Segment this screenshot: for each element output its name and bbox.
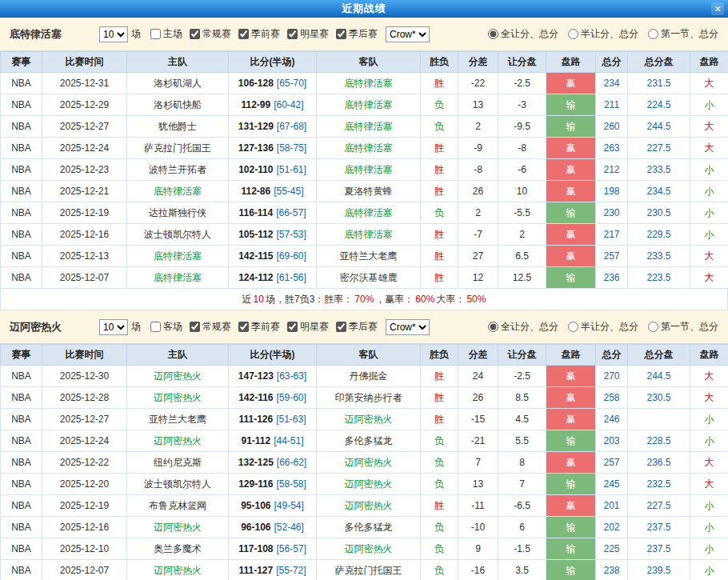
cell-away-team[interactable]: 迈阿密热火 bbox=[317, 538, 421, 560]
cell-home-team[interactable]: 底特律活塞 bbox=[127, 181, 229, 202]
filter-radio[interactable]: 半让分、总分 bbox=[568, 27, 638, 41]
cell-home-team[interactable]: 亚特兰大老鹰 bbox=[127, 409, 229, 430]
filter-checkbox[interactable]: 明星赛 bbox=[287, 27, 329, 41]
close-icon[interactable]: ✕ bbox=[711, 2, 724, 15]
filter-checkbox[interactable]: 季后赛 bbox=[336, 27, 378, 41]
cell-home-team[interactable]: 迈阿密热火 bbox=[127, 430, 229, 452]
cell-away-team[interactable]: 夏洛特黄蜂 bbox=[317, 181, 421, 202]
cell-handicap-result: 赢 bbox=[546, 73, 596, 94]
filter-radio[interactable]: 全让分、总分 bbox=[488, 320, 558, 334]
cell-away-team[interactable]: 亚特兰大老鹰 bbox=[317, 246, 421, 267]
cell-away-team[interactable]: 底特律活塞 bbox=[317, 202, 421, 224]
checkbox-input[interactable] bbox=[190, 29, 200, 39]
radio-input[interactable] bbox=[568, 29, 578, 39]
cell-home-team[interactable]: 底特律活塞 bbox=[127, 267, 229, 289]
cell-result: 胜 bbox=[421, 73, 458, 94]
cell-score: 102-110[51-61] bbox=[229, 159, 317, 181]
checkbox-input[interactable] bbox=[238, 322, 249, 332]
cell-home-team[interactable]: 波特兰开拓者 bbox=[127, 159, 229, 181]
cell-away-team[interactable]: 迈阿密热火 bbox=[317, 495, 421, 517]
bookmaker-select[interactable]: Crow* bbox=[386, 319, 430, 335]
cell-handicap-result: 输 bbox=[546, 94, 596, 116]
cell-home-team[interactable]: 洛杉矶快船 bbox=[127, 94, 229, 116]
filter-bar: 底特律活塞 10 场 主场常规赛季前赛明星赛季后赛 Crow* 全让分、总分半让… bbox=[0, 18, 728, 51]
cell-total-line: 223.5 bbox=[628, 267, 690, 289]
games-count-select[interactable]: 10 bbox=[99, 319, 128, 335]
checkbox-input[interactable] bbox=[238, 29, 249, 39]
checkbox-input[interactable] bbox=[287, 29, 298, 39]
cell-away-team[interactable]: 迈阿密热火 bbox=[317, 474, 421, 495]
cell-away-team[interactable]: 底特律活塞 bbox=[317, 73, 421, 94]
checkbox-input[interactable] bbox=[287, 322, 298, 332]
filter-checkbox[interactable]: 季后赛 bbox=[336, 320, 378, 334]
cell-away-team[interactable]: 底特律活塞 bbox=[317, 116, 421, 138]
radio-input[interactable] bbox=[488, 29, 498, 39]
filter-checkbox[interactable]: 明星赛 bbox=[287, 320, 329, 334]
radio-input[interactable] bbox=[648, 322, 658, 332]
cell-away-team[interactable]: 底特律活塞 bbox=[317, 159, 421, 181]
column-header: 比分(半场) bbox=[229, 52, 317, 73]
cell-home-team[interactable]: 波士顿凯尔特人 bbox=[127, 224, 229, 246]
cell-score: 127-136[58-75] bbox=[229, 138, 317, 159]
score-fulltime: 124-112 bbox=[238, 272, 273, 283]
cell-home-team[interactable]: 迈阿密热火 bbox=[127, 387, 229, 409]
cell-home-team[interactable]: 迈阿密热火 bbox=[127, 517, 229, 538]
cell-home-team[interactable]: 底特律活塞 bbox=[127, 246, 229, 267]
cell-away-team[interactable]: 底特律活塞 bbox=[317, 138, 421, 159]
cell-handicap-line: -6 bbox=[498, 159, 546, 181]
cell-away-team[interactable]: 多伦多猛龙 bbox=[317, 430, 421, 452]
cell-date: 2025-12-23 bbox=[42, 159, 127, 181]
cell-away-team[interactable]: 萨克拉门托国王 bbox=[317, 560, 421, 580]
cell-away-team[interactable]: 迈阿密热火 bbox=[317, 452, 421, 474]
filter-checkbox[interactable]: 主场 bbox=[150, 27, 182, 41]
cell-result: 负 bbox=[421, 474, 458, 495]
cell-away-team[interactable]: 多伦多猛龙 bbox=[317, 517, 421, 538]
filter-radio[interactable]: 第一节、总分 bbox=[648, 320, 718, 334]
checkbox-input[interactable] bbox=[336, 322, 346, 332]
cell-home-team[interactable]: 奥兰多魔术 bbox=[127, 538, 229, 560]
game-row: NBA2025-12-20波士顿凯尔特人129-116[58-58]迈阿密热火负… bbox=[1, 474, 728, 495]
cell-home-team[interactable]: 洛杉矶湖人 bbox=[127, 73, 229, 94]
cell-away-team[interactable]: 底特律活塞 bbox=[317, 94, 421, 116]
cell-away-team[interactable]: 密尔沃基雄鹿 bbox=[317, 267, 421, 289]
cell-home-team[interactable]: 萨克拉门托国王 bbox=[127, 138, 229, 159]
cell-away-team[interactable]: 底特律活塞 bbox=[317, 224, 421, 246]
radio-input[interactable] bbox=[648, 29, 658, 39]
cell-home-team[interactable]: 波士顿凯尔特人 bbox=[127, 474, 229, 495]
cell-total-points: 202 bbox=[596, 517, 628, 538]
checkbox-input[interactable] bbox=[150, 322, 161, 332]
column-header: 总分盘 bbox=[628, 52, 690, 73]
filter-checkbox[interactable]: 常规赛 bbox=[190, 320, 231, 334]
cell-total-points: 246 bbox=[596, 409, 628, 430]
filter-checkbox[interactable]: 季前赛 bbox=[238, 320, 280, 334]
cell-home-team[interactable]: 迈阿密热火 bbox=[127, 560, 229, 580]
filter-checkbox[interactable]: 客场 bbox=[150, 320, 182, 334]
cell-home-team[interactable]: 迈阿密热火 bbox=[127, 366, 229, 387]
cell-total-line: 227.5 bbox=[628, 495, 690, 517]
cell-home-team[interactable]: 达拉斯独行侠 bbox=[127, 202, 229, 224]
filter-radio[interactable]: 第一节、总分 bbox=[648, 27, 718, 41]
cell-home-team[interactable]: 纽约尼克斯 bbox=[127, 452, 229, 474]
checkbox-input[interactable] bbox=[150, 29, 161, 39]
cell-total-points: 257 bbox=[596, 246, 628, 267]
cell-home-team[interactable]: 犹他爵士 bbox=[127, 116, 229, 138]
checkbox-input[interactable] bbox=[336, 29, 346, 39]
filter-radio[interactable]: 半让分、总分 bbox=[568, 320, 638, 334]
checkbox-input[interactable] bbox=[190, 322, 200, 332]
column-header: 让分盘 bbox=[498, 345, 546, 366]
filter-checkbox[interactable]: 季前赛 bbox=[238, 27, 280, 41]
cell-away-team[interactable]: 丹佛掘金 bbox=[317, 366, 421, 387]
games-count-select[interactable]: 10 bbox=[99, 26, 128, 42]
radio-input[interactable] bbox=[488, 322, 498, 332]
filter-radio[interactable]: 全让分、总分 bbox=[488, 27, 558, 41]
cell-handicap-result: 赢 bbox=[546, 159, 596, 181]
cell-home-team[interactable]: 布鲁克林篮网 bbox=[127, 495, 229, 517]
results-body: NBA2025-12-30迈阿密热火147-123[63-63]丹佛掘金胜24-… bbox=[1, 366, 728, 580]
bookmaker-select[interactable]: Crow* bbox=[386, 26, 430, 42]
filter-checkbox[interactable]: 常规赛 bbox=[190, 27, 231, 41]
cell-away-team[interactable]: 迈阿密热火 bbox=[317, 409, 421, 430]
score-halftime: [55-72] bbox=[276, 565, 306, 576]
cell-away-team[interactable]: 印第安纳步行者 bbox=[317, 387, 421, 409]
radio-input[interactable] bbox=[568, 322, 578, 332]
checkbox-label: 季前赛 bbox=[251, 320, 280, 334]
